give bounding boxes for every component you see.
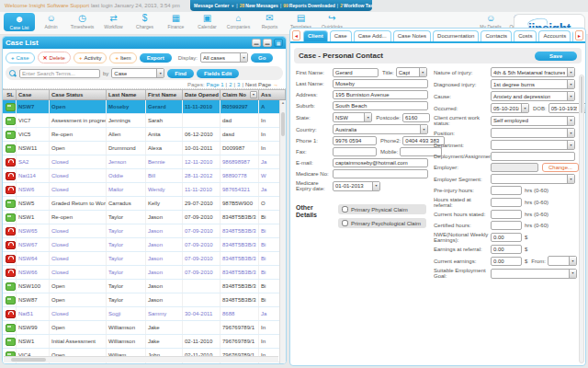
tab-case-add[interactable]: Case Add... — [354, 30, 391, 41]
fax-input[interactable] — [333, 147, 377, 156]
page-3-link[interactable]: 3 — [237, 82, 240, 87]
deployment-input[interactable] — [491, 152, 575, 161]
nav-item-companies[interactable]: ⌂Companies — [223, 13, 254, 31]
tab-costs[interactable]: Costs — [514, 30, 537, 41]
scrollbar-thumb[interactable] — [581, 76, 582, 113]
scrollbar-thumb[interactable] — [11, 358, 46, 362]
phone1-input[interactable] — [333, 136, 377, 145]
table-row[interactable]: SA2ClosedJensonBennie12-11-2010986898987… — [3, 155, 286, 169]
table-row[interactable]: NSW6ClosedMailorWendy11-11-2010987654321… — [3, 183, 286, 197]
table-row[interactable]: NSW66ClosedTaylorJason07-09-20108348T5B3… — [3, 266, 286, 280]
col-claim-no[interactable]: Claim No▼ — [220, 90, 259, 99]
nwe-input[interactable] — [491, 233, 522, 242]
primary-psychological-claim-checkbox-row[interactable]: Primary Psychological Claim — [338, 218, 426, 228]
col-case-status[interactable]: Case Status — [50, 90, 107, 99]
search-input[interactable] — [19, 69, 100, 78]
employer-change-button[interactable]: Change... — [542, 163, 579, 172]
table-vertical-scrollbar[interactable]: ▲ — [279, 100, 286, 364]
table-row[interactable]: NSW1Re-openTaylorJason07-09-20108348T5B3… — [3, 211, 286, 224]
nav-item-reports[interactable]: ✉Reports — [254, 13, 285, 31]
medicare-expiry-select[interactable]: 01-01-2013▼ — [333, 181, 380, 191]
state-select[interactable]: NSW▼ — [333, 112, 372, 122]
hours-stated-referral-input[interactable] — [491, 198, 522, 207]
tab-case[interactable]: Case — [330, 30, 352, 41]
employer-segment-select[interactable]: ▼ — [491, 174, 575, 184]
view-grid-button[interactable]: ▦ — [274, 39, 283, 47]
page-2-link[interactable]: 2 — [229, 82, 232, 87]
tab-plans-program[interactable]: Plans/Program — [572, 30, 573, 41]
tab-scroll-left-button[interactable]: ◄ — [292, 30, 300, 40]
tab-client[interactable]: Client — [303, 30, 328, 41]
fields-edit-button[interactable]: Fields Edit — [197, 69, 239, 78]
pre-injury-hours-input[interactable] — [491, 186, 522, 195]
sort-dropdown-button[interactable]: ▼ — [250, 91, 257, 98]
page-1-link[interactable]: Page 1 — [207, 82, 224, 87]
table-row[interactable]: VIC7Assessment in progressJenningsSarahd… — [3, 114, 286, 128]
primary-psychological-claim-checkbox[interactable] — [342, 220, 348, 226]
col-last-name[interactable]: Last Name — [107, 90, 146, 99]
col-case[interactable]: Case — [17, 90, 50, 99]
message-center-button[interactable]: Message Center▼ — [194, 3, 234, 8]
add-case-button[interactable]: +Case — [6, 52, 35, 63]
scroll-up-icon[interactable]: ▲ — [280, 100, 286, 105]
current-earnings-input[interactable] — [491, 257, 522, 266]
current-hours-stated-input[interactable] — [491, 210, 522, 219]
detail-vertical-scrollbar[interactable] — [579, 75, 584, 363]
medicare-no-input[interactable] — [333, 169, 428, 178]
view-split-button[interactable]: ▬ — [263, 39, 272, 47]
col-date-opened[interactable]: Date Opened — [183, 90, 220, 99]
table-horizontal-scrollbar[interactable] — [4, 356, 278, 362]
nature-select[interactable]: 4th & 5th Metatarsal fractures▼ — [491, 67, 575, 77]
table-row[interactable]: NSW7OpenMosebyGerard11-11-2010R0599297A — [3, 100, 286, 114]
nav-item-finance[interactable]: ▦Finance — [161, 13, 191, 31]
department-select[interactable]: ▼ — [491, 140, 575, 150]
nav-item-timesheets[interactable]: ◷Timesheets — [67, 13, 97, 31]
occurred-select[interactable]: 05-10-2010▼ — [491, 103, 529, 113]
tab-scroll-right-button[interactable]: ► — [575, 30, 583, 40]
table-row[interactable]: NSW1Initial AssessmentWilliamsonJake02-1… — [3, 335, 286, 349]
from-select[interactable]: ▼ — [548, 256, 577, 266]
col-assessor[interactable]: Ass — [259, 90, 286, 99]
title-select[interactable]: Capt▼ — [396, 67, 427, 77]
table-row[interactable]: NSW99OpenWilliamsonJake796769789/1In — [3, 321, 286, 335]
position-select[interactable]: ▼ — [491, 128, 575, 138]
diagnosed-select[interactable]: 1st degree burns▼ — [491, 79, 575, 89]
col-first-name[interactable]: First Name — [146, 90, 183, 99]
cause-select[interactable]: Anxiety and depression▼ — [491, 91, 575, 101]
last-name-input[interactable] — [333, 79, 428, 88]
table-row[interactable]: NSW65ClosedTaylorJason07-09-20108348T5B3… — [3, 224, 286, 238]
search-by-select[interactable]: Case▼ — [111, 68, 164, 78]
display-select[interactable]: All cases▼ — [200, 52, 248, 63]
work-status-select[interactable]: Self employed▼ — [491, 116, 575, 126]
table-row[interactable]: NSW100OpenTaylorJason8348T5B3B/3Bi — [3, 280, 286, 293]
employer-input[interactable] — [491, 163, 538, 172]
delete-case-button[interactable]: ✕Delete — [38, 52, 71, 63]
table-row[interactable]: NSW5Graded Return to WorkCarradusKelly29… — [3, 197, 286, 211]
table-row[interactable] — [3, 362, 286, 364]
table-row[interactable]: Nat114ClosedOddieBill28-11-201298890778W — [3, 169, 286, 183]
tab-contacts[interactable]: Contacts — [481, 30, 512, 41]
suburb-input[interactable] — [333, 101, 428, 110]
email-input[interactable] — [333, 158, 428, 167]
add-activity-button[interactable]: +Activity — [74, 52, 107, 63]
go-button[interactable]: Go — [251, 53, 273, 63]
table-row[interactable]: NSW67ClosedTaylorJason07-09-20108348T5B3… — [3, 238, 286, 252]
col-sl[interactable]: SL — [3, 90, 17, 99]
next-page-arrow-icon[interactable]: → — [273, 82, 278, 87]
tab-documentation[interactable]: Documentation — [433, 30, 479, 41]
primary-physical-claim-checkbox[interactable] — [342, 206, 348, 213]
table-row[interactable]: VIC5Re-openAllenAnita06-12-2010dasdIn — [3, 128, 286, 142]
earnings-at-referral-input[interactable] — [491, 245, 522, 254]
tab-case-notes[interactable]: Case Notes — [393, 30, 431, 41]
table-row[interactable]: NSW64ClosedTaylorJason07-09-20108348T5B3… — [3, 252, 286, 266]
table-row[interactable]: Nat51ClosedSogjiSammy30-04-20118688Ja — [3, 307, 286, 321]
nav-item-case-list[interactable]: ☻Case List — [4, 13, 35, 31]
tab-accounts[interactable]: Accounts — [538, 30, 571, 41]
country-select[interactable]: Australia▼ — [333, 124, 428, 134]
nav-item-calendar[interactable]: ▣Calendar — [192, 13, 222, 31]
first-name-input[interactable] — [333, 68, 379, 77]
postcode-input[interactable] — [402, 113, 430, 122]
table-row[interactable]: NSW87OpenTaylorJason8348T5B3B/3Bi — [3, 293, 286, 307]
add-item-button[interactable]: +Item — [109, 52, 136, 63]
nav-item-workflow[interactable]: ⇄Workflow — [98, 13, 129, 31]
